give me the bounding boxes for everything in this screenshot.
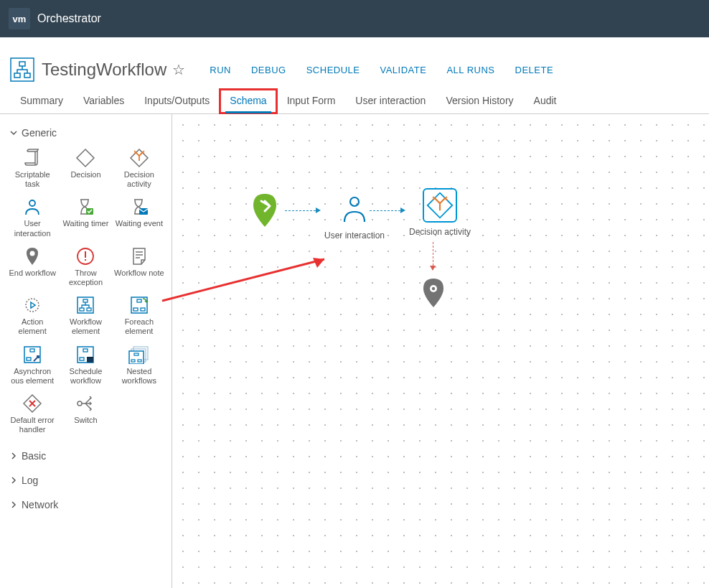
palette-item-label: End workflow <box>7 269 57 287</box>
connector-user-decision[interactable] <box>370 207 405 213</box>
diamond-branch-icon <box>423 188 457 223</box>
svg-rect-17 <box>137 299 141 302</box>
category-generic-label: Generic <box>22 127 57 139</box>
pin-icon <box>7 246 57 267</box>
all-runs-action[interactable]: ALL RUNS <box>446 65 494 75</box>
diamond-icon <box>60 147 111 169</box>
svg-rect-1 <box>19 62 25 66</box>
svg-line-38 <box>162 259 324 301</box>
schedule-action[interactable]: SCHEDULE <box>306 65 360 75</box>
tab-schema[interactable]: Schema <box>220 89 276 113</box>
palette-item-label: Decision <box>60 170 111 189</box>
palette-item-label: Scriptable task <box>7 170 57 189</box>
palette-item-label: Nested workflows <box>114 367 164 386</box>
app-header: vm Orchestrator <box>0 0 709 37</box>
category-basic-header[interactable]: Basic <box>7 446 164 466</box>
editor-main: Generic Scriptable task Decision Decisio… <box>0 114 709 588</box>
palette-action-element[interactable]: Action element <box>7 294 57 336</box>
palette-asynchronous-element[interactable]: Asynchron ous element <box>7 344 57 386</box>
category-network-header[interactable]: Network <box>7 495 164 515</box>
svg-point-7 <box>30 251 35 256</box>
svg-point-35 <box>350 197 359 206</box>
svg-point-37 <box>432 287 435 290</box>
palette-item-label: Workflow note <box>114 269 164 287</box>
palette-waiting-event[interactable]: Waiting event <box>114 196 164 238</box>
palette-workflow-note[interactable]: Workflow note <box>114 246 164 287</box>
svg-rect-18 <box>133 308 138 311</box>
svg-point-11 <box>26 299 39 312</box>
palette-user-interaction[interactable]: User interaction <box>7 196 57 238</box>
tab-user-interaction[interactable]: User interaction <box>345 89 436 113</box>
palette-decision[interactable]: Decision <box>60 147 111 189</box>
palette-item-label: Asynchron ous element <box>7 367 57 386</box>
workflow-name: TestingWorkflow <box>42 60 166 80</box>
flow-cycle-icon <box>114 294 164 316</box>
node-label: User interaction <box>324 230 385 241</box>
palette-end-workflow[interactable]: End workflow <box>7 246 57 287</box>
svg-rect-27 <box>87 357 93 358</box>
person-icon <box>337 192 372 226</box>
palette-default-error-handler[interactable]: Default error handler <box>7 393 57 434</box>
palette-switch[interactable]: Switch <box>60 393 111 434</box>
palette-throw-exception[interactable]: Throw exception <box>60 246 111 287</box>
svg-rect-3 <box>24 73 30 78</box>
palette-nested-workflows[interactable]: Nested workflows <box>114 344 164 386</box>
connector-start-user[interactable] <box>285 207 321 213</box>
svg-rect-19 <box>141 308 145 311</box>
category-generic-header[interactable]: Generic <box>7 123 164 143</box>
node-start[interactable] <box>248 193 282 228</box>
flow-nested-icon <box>114 344 164 365</box>
note-icon <box>114 246 164 267</box>
svg-rect-10 <box>85 259 86 261</box>
chevron-right-icon <box>10 475 17 486</box>
flow-arrow-icon <box>7 344 57 365</box>
scroll-icon <box>7 147 57 169</box>
palette-sidebar: Generic Scriptable task Decision Decisio… <box>0 114 172 588</box>
palette-foreach-element[interactable]: Foreach element <box>114 294 164 336</box>
delete-action[interactable]: DELETE <box>515 65 554 75</box>
tab-input-form[interactable]: Input Form <box>277 89 346 113</box>
category-network: Network <box>7 495 164 515</box>
category-log-header[interactable]: Log <box>7 470 164 490</box>
connector-decision-end[interactable] <box>430 242 436 271</box>
debug-action[interactable]: DEBUG <box>251 65 286 75</box>
app-logo: vm <box>9 8 30 29</box>
category-generic: Generic Scriptable task Decision Decisio… <box>7 123 164 442</box>
tab-summary[interactable]: Summary <box>10 89 73 113</box>
node-label: Decision activity <box>409 227 471 237</box>
diamond-x-icon <box>7 393 57 414</box>
palette-scriptable-task[interactable]: Scriptable task <box>7 147 57 189</box>
tab-audit[interactable]: Audit <box>524 89 567 113</box>
node-end[interactable] <box>416 276 451 310</box>
palette-workflow-element[interactable]: Workflow element <box>60 294 111 336</box>
hourglass-mail-icon <box>114 196 164 218</box>
palette-schedule-workflow[interactable]: Schedule workflow <box>60 344 111 386</box>
schema-canvas[interactable]: User interaction Decision activity <box>172 114 709 588</box>
app-title: Orchestrator <box>37 12 101 25</box>
tab-variables[interactable]: Variables <box>73 89 134 113</box>
hourglass-check-icon <box>60 196 111 218</box>
start-pin-icon <box>248 193 282 228</box>
category-basic: Basic <box>7 446 164 466</box>
category-log: Log <box>7 470 164 490</box>
palette-decision-activity[interactable]: Decision activity <box>114 147 164 189</box>
svg-rect-22 <box>27 358 31 360</box>
svg-rect-14 <box>80 308 84 311</box>
palette-item-label: Action element <box>7 317 57 336</box>
palette-item-label: Decision activity <box>114 170 164 189</box>
end-pin-icon <box>416 276 451 310</box>
tab-inputs-outputs[interactable]: Inputs/Outputs <box>134 89 220 113</box>
svg-rect-9 <box>85 251 86 258</box>
run-action[interactable]: RUN <box>210 65 231 75</box>
node-decision-activity[interactable]: Decision activity <box>409 188 471 237</box>
switch-icon <box>60 393 111 414</box>
svg-rect-13 <box>83 299 88 302</box>
validate-action[interactable]: VALIDATE <box>380 65 426 75</box>
palette-item-label: Waiting timer <box>60 219 111 238</box>
svg-rect-2 <box>14 73 20 78</box>
node-user-interaction[interactable]: User interaction <box>324 192 385 241</box>
favorite-star-icon[interactable]: ☆ <box>172 61 185 78</box>
palette-waiting-timer[interactable]: Waiting timer <box>60 196 111 238</box>
workflow-icon <box>10 57 34 82</box>
tab-version-history[interactable]: Version History <box>436 89 523 113</box>
